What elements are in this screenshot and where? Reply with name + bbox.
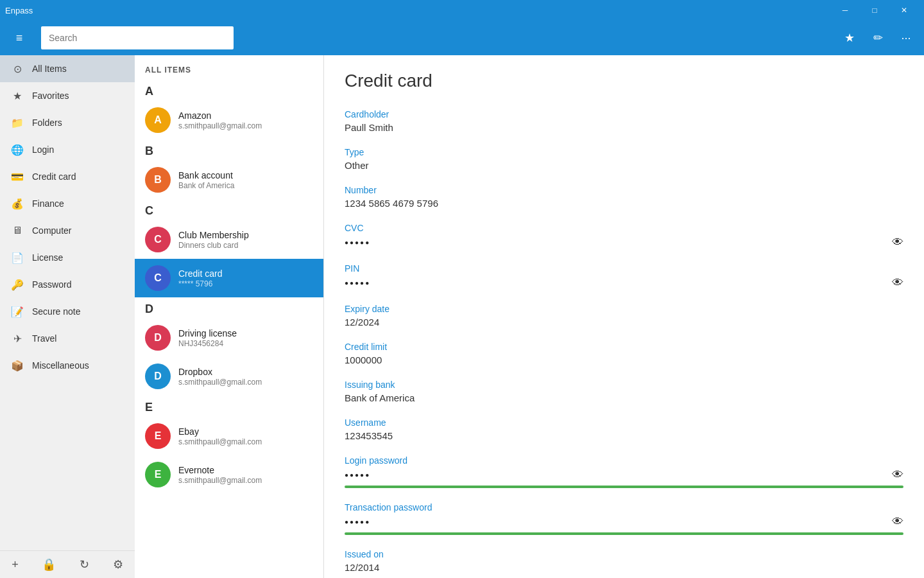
list-item[interactable]: C Club Membership Dinners club card	[135, 220, 323, 259]
menu-toggle-button[interactable]: ≡	[0, 21, 38, 55]
avatar: E	[145, 423, 171, 449]
field-label-type: Type	[345, 147, 903, 157]
sidebar: ⊙ All Items ★ Favorites 📁 Folders 🌐 Logi…	[0, 55, 135, 578]
field-type: Type Other	[345, 147, 903, 171]
avatar: A	[145, 107, 171, 133]
sidebar-label-finance: Finance	[32, 198, 64, 209]
field-label-credit-limit: Credit limit	[345, 342, 903, 352]
sidebar-item-login[interactable]: 🌐 Login	[0, 136, 135, 163]
list-item[interactable]: E Evernote s.smithpaull@gmail.com	[135, 455, 323, 494]
items-panel: ALL ITEMS A A Amazon s.smithpaull@gmail.…	[135, 55, 324, 578]
section-letter-a: A	[135, 80, 323, 101]
transaction-password-strength-bar	[345, 532, 903, 535]
sidebar-item-password[interactable]: 🔑 Password	[0, 271, 135, 298]
sidebar-item-miscellaneous[interactable]: 📦 Miscellaneous	[0, 352, 135, 379]
list-item[interactable]: D Driving license NHJ3456284	[135, 319, 323, 357]
field-pin: PIN ●●●●● 👁	[345, 263, 903, 290]
sidebar-item-finance[interactable]: 💰 Finance	[0, 190, 135, 217]
transaction-password-eye-button[interactable]: 👁	[892, 515, 903, 529]
field-transaction-password: Transaction password ●●●●● 👁	[345, 502, 903, 535]
credit-limit-value: 1000000	[345, 355, 382, 365]
all-items-icon: ⊙	[10, 62, 24, 76]
section-letter-c: C	[135, 199, 323, 220]
field-label-issuing-bank: Issuing bank	[345, 380, 903, 390]
sidebar-item-computer[interactable]: 🖥 Computer	[0, 217, 135, 244]
sidebar-label-misc: Miscellaneous	[32, 360, 89, 371]
avatar: B	[145, 167, 171, 193]
field-value-number: 1234 5865 4679 5796	[345, 198, 903, 209]
sidebar-item-credit-card[interactable]: 💳 Credit card	[0, 163, 135, 190]
sidebar-item-favorites[interactable]: ★ Favorites	[0, 82, 135, 109]
item-sub: Dinners club card	[178, 241, 313, 250]
edit-button[interactable]: ✏	[865, 25, 891, 51]
search-input[interactable]	[41, 26, 234, 49]
field-value-issuing-bank: Bank of America	[345, 392, 903, 403]
field-value-transaction-password: ●●●●● 👁	[345, 515, 903, 529]
list-item[interactable]: B Bank account Bank of America	[135, 161, 323, 199]
list-item[interactable]: E Ebay s.smithpaull@gmail.com	[135, 417, 323, 455]
item-info: Bank account Bank of America	[178, 170, 313, 190]
item-sub: s.smithpaull@gmail.com	[178, 121, 313, 130]
settings-button[interactable]: ⚙	[113, 557, 123, 572]
avatar: D	[145, 325, 171, 351]
star-icon: ★	[844, 31, 855, 45]
item-name: Evernote	[178, 465, 313, 475]
field-number: Number 1234 5865 4679 5796	[345, 185, 903, 209]
minimize-button[interactable]: ─	[830, 0, 860, 21]
sidebar-label-computer: Computer	[32, 225, 71, 236]
field-credit-limit: Credit limit 1000000	[345, 342, 903, 365]
field-value-pin: ●●●●● 👁	[345, 276, 903, 290]
item-name: Driving license	[178, 328, 313, 338]
detail-panel: Credit card Cardholder Paull Smith Type …	[324, 55, 924, 578]
sync-button[interactable]: ↻	[80, 557, 89, 572]
sidebar-item-license[interactable]: 📄 License	[0, 244, 135, 271]
list-item[interactable]: D Dropbox s.smithpaull@gmail.com	[135, 357, 323, 396]
field-label-cardholder: Cardholder	[345, 109, 903, 119]
field-label-transaction-password: Transaction password	[345, 502, 903, 512]
more-options-button[interactable]: ···	[893, 25, 919, 51]
finance-icon: 💰	[10, 197, 24, 211]
item-name: Credit card	[178, 268, 313, 279]
field-value-login-password: ●●●●● 👁	[345, 468, 903, 482]
field-label-number: Number	[345, 185, 903, 195]
maximize-button[interactable]: □	[860, 0, 889, 21]
sidebar-item-travel[interactable]: ✈ Travel	[0, 325, 135, 352]
login-password-strength-bar	[345, 486, 903, 488]
pin-masked-value: ●●●●●	[345, 279, 370, 286]
list-item[interactable]: A Amazon s.smithpaull@gmail.com	[135, 101, 323, 139]
favorite-button[interactable]: ★	[837, 25, 862, 51]
pin-eye-button[interactable]: 👁	[892, 276, 903, 290]
field-username: Username 123453545	[345, 417, 903, 441]
window-controls: ─ □ ✕	[830, 0, 919, 21]
item-info: Driving license NHJ3456284	[178, 328, 313, 348]
item-info: Amazon s.smithpaull@gmail.com	[178, 110, 313, 130]
sidebar-item-secure-note[interactable]: 📝 Secure note	[0, 298, 135, 325]
login-password-eye-button[interactable]: 👁	[892, 468, 903, 482]
item-info: Ebay s.smithpaull@gmail.com	[178, 426, 313, 446]
sidebar-label-license: License	[32, 252, 63, 263]
app-name-label: Enpass	[5, 6, 33, 15]
lock-button[interactable]: 🔒	[42, 557, 56, 572]
section-letter-d: D	[135, 297, 323, 319]
item-sub: Bank of America	[178, 181, 313, 190]
sidebar-item-all-items[interactable]: ⊙ All Items	[0, 55, 135, 82]
add-button[interactable]: +	[12, 558, 19, 572]
list-item-credit-card[interactable]: C Credit card ***** 5796	[135, 259, 323, 297]
close-button[interactable]: ✕	[889, 0, 919, 21]
field-login-password: Login password ●●●●● 👁	[345, 455, 903, 488]
username-value: 123453545	[345, 430, 393, 441]
titlebar: Enpass ─ □ ✕	[0, 0, 924, 21]
sidebar-item-folders[interactable]: 📁 Folders	[0, 109, 135, 136]
field-value-issued-on: 12/2014	[345, 562, 903, 573]
item-info: Evernote s.smithpaull@gmail.com	[178, 465, 313, 485]
computer-icon: 🖥	[10, 223, 24, 238]
field-cardholder: Cardholder Paull Smith	[345, 109, 903, 133]
field-value-credit-limit: 1000000	[345, 355, 903, 365]
section-letter-e: E	[135, 396, 323, 417]
more-icon: ···	[901, 31, 911, 45]
field-cvc: CVC ●●●●● 👁	[345, 223, 903, 249]
password-icon: 🔑	[10, 277, 24, 292]
cvc-eye-button[interactable]: 👁	[892, 236, 903, 249]
field-value-cvc: ●●●●● 👁	[345, 236, 903, 249]
sidebar-label-favorites: Favorites	[32, 91, 69, 101]
